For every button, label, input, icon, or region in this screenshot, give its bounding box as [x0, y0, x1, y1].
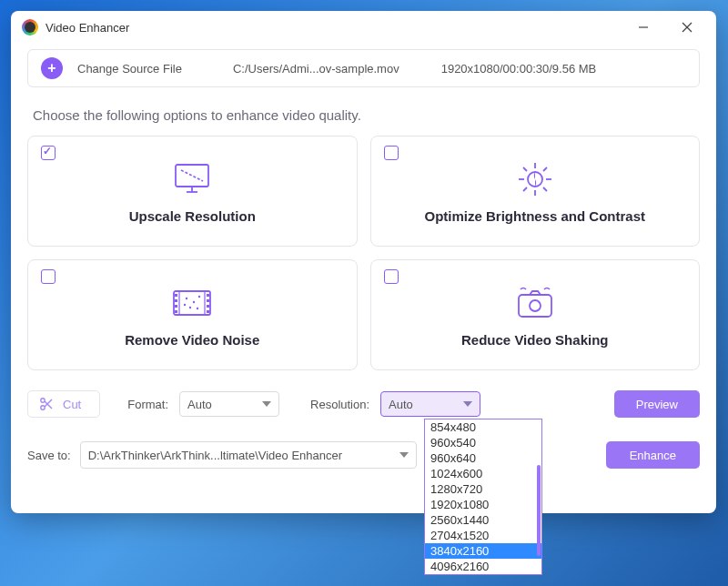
- app-window: Video Enhancer + Change Source File C:/U…: [11, 11, 716, 513]
- card-title: Remove Video Noise: [125, 332, 259, 348]
- svg-rect-19: [175, 294, 177, 297]
- cut-label: Cut: [63, 398, 81, 411]
- checkbox-upscale[interactable]: [41, 146, 56, 160]
- film-icon: [168, 283, 216, 323]
- instruction-text: Choose the following options to enhance …: [33, 107, 700, 123]
- svg-point-27: [186, 297, 187, 298]
- card-brightness-contrast[interactable]: Optimize Brightness and Contrast: [370, 136, 701, 247]
- source-path: C:/Users/Admi...ov-sample.mov: [233, 62, 399, 76]
- add-source-button[interactable]: +: [41, 57, 63, 79]
- card-upscale-resolution[interactable]: Upscale Resolution: [27, 136, 358, 247]
- card-title: Optimize Brightness and Contrast: [424, 208, 645, 224]
- enhance-label: Enhance: [630, 449, 676, 462]
- option-cards: Upscale Resolution Optimize Brightness a…: [27, 136, 700, 370]
- checkbox-brightness[interactable]: [384, 146, 399, 160]
- card-title: Upscale Resolution: [129, 208, 256, 224]
- svg-point-32: [184, 303, 186, 305]
- checkbox-shaking[interactable]: [384, 269, 399, 284]
- dropdown-list[interactable]: 854x480960x540960x6401024x6001280x720192…: [425, 419, 541, 574]
- card-remove-noise[interactable]: Remove Video Noise: [27, 259, 358, 370]
- chevron-down-icon: [463, 401, 472, 407]
- resolution-option[interactable]: 960x540: [425, 435, 541, 450]
- resolution-option[interactable]: 1280x720: [425, 481, 541, 497]
- card-title: Reduce Video Shaking: [461, 332, 608, 348]
- svg-rect-22: [175, 310, 177, 313]
- preview-label: Preview: [636, 398, 678, 411]
- camera-shake-icon: [511, 283, 559, 323]
- svg-rect-3: [176, 165, 208, 187]
- source-meta: 1920x1080/00:00:30/9.56 MB: [441, 62, 597, 76]
- save-row: Save to: D:\ArkThinker\ArkThink...ltimat…: [27, 441, 700, 469]
- svg-point-28: [193, 300, 195, 302]
- resolution-option[interactable]: 2704x1520: [425, 528, 541, 543]
- cut-button[interactable]: Cut: [27, 390, 100, 418]
- svg-point-35: [41, 399, 45, 402]
- app-title: Video Enhancer: [46, 21, 618, 35]
- svg-line-14: [523, 187, 527, 191]
- resolution-option[interactable]: 2560x1440: [425, 512, 541, 528]
- resolution-option[interactable]: 3840x2160: [425, 543, 541, 559]
- resolution-option[interactable]: 960x640: [425, 450, 541, 466]
- resolution-option[interactable]: 1920x1080: [425, 497, 541, 512]
- svg-rect-20: [175, 299, 177, 302]
- enhance-button[interactable]: Enhance: [606, 441, 700, 469]
- chevron-down-icon: [399, 452, 409, 458]
- svg-point-30: [189, 306, 191, 308]
- resolution-value: Auto: [389, 398, 413, 411]
- minimize-icon: [638, 22, 649, 33]
- svg-rect-26: [207, 310, 209, 313]
- controls-row: Cut Format: Auto Resolution: Auto Previe…: [27, 390, 700, 418]
- brightness-icon: [515, 159, 555, 199]
- content-area: + Change Source File C:/Users/Admi...ov-…: [11, 44, 716, 513]
- save-to-label: Save to:: [27, 449, 71, 462]
- preview-button[interactable]: Preview: [614, 390, 700, 418]
- svg-rect-23: [207, 294, 209, 297]
- format-select[interactable]: Auto: [179, 391, 279, 417]
- change-source-label[interactable]: Change Source File: [77, 62, 182, 76]
- svg-point-36: [41, 406, 45, 409]
- resolution-option[interactable]: 1024x600: [425, 466, 541, 481]
- titlebar: Video Enhancer: [11, 11, 716, 44]
- palette-icon: [22, 19, 38, 35]
- resolution-option[interactable]: 4096x2160: [425, 559, 541, 574]
- source-bar: + Change Source File C:/Users/Admi...ov-…: [27, 49, 700, 87]
- minimize-button[interactable]: [625, 15, 662, 40]
- svg-rect-25: [207, 305, 209, 308]
- svg-rect-21: [175, 305, 177, 308]
- save-path-select[interactable]: D:\ArkThinker\ArkThink...ltimate\Video E…: [80, 441, 417, 469]
- chevron-down-icon: [262, 401, 271, 407]
- resolution-select[interactable]: Auto: [380, 391, 480, 417]
- format-label: Format:: [127, 398, 168, 411]
- svg-point-29: [198, 295, 200, 297]
- monitor-icon: [170, 159, 214, 199]
- svg-line-12: [523, 167, 527, 171]
- card-reduce-shaking[interactable]: Reduce Video Shaking: [370, 259, 701, 370]
- svg-line-4: [181, 170, 203, 181]
- resolution-option[interactable]: 854x480: [425, 419, 541, 435]
- scissors-icon: [39, 397, 54, 411]
- checkbox-noise[interactable]: [41, 269, 56, 284]
- scrollbar-thumb[interactable]: [537, 465, 541, 556]
- format-value: Auto: [187, 398, 212, 411]
- svg-line-13: [543, 187, 547, 191]
- close-icon: [682, 22, 693, 33]
- svg-point-34: [530, 300, 541, 311]
- resolution-label: Resolution:: [310, 398, 369, 411]
- resolution-dropdown: 854x480960x540960x6401024x6001280x720192…: [424, 419, 542, 575]
- svg-point-31: [197, 307, 198, 308]
- close-button[interactable]: [669, 15, 705, 40]
- svg-rect-24: [207, 299, 209, 302]
- svg-line-15: [543, 167, 547, 171]
- save-path-value: D:\ArkThinker\ArkThink...ltimate\Video E…: [88, 449, 342, 462]
- svg-rect-33: [519, 295, 551, 317]
